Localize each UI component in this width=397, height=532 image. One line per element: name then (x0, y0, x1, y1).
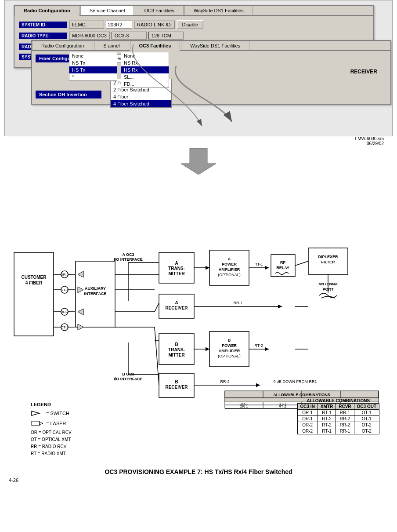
svg-text:(OPTIONAL): (OPTIONAL) (218, 354, 241, 358)
tx-dropdown: None NS Tx HS Tx * (69, 52, 117, 81)
svg-text:A: A (175, 261, 178, 266)
system-id-row: SYSTEM ID: ELMC: 203R2 RADIO LINK ID: Di… (19, 20, 368, 29)
legend-abbrs: OR = OPTICAL RCV OT = OPTICAL XMT RR = R… (31, 429, 297, 457)
d2-tab-radio-config[interactable]: Radio Configuration (32, 41, 93, 50)
svg-text:RECEIVER: RECEIVER (165, 385, 188, 390)
switch-label: = SWITCH (46, 411, 69, 416)
rx-option-none[interactable]: None (121, 52, 169, 59)
svg-text:AUXILIARY: AUXILIARY (85, 286, 106, 291)
table-row: OR-2RT-1RR-1OT-2 (297, 428, 379, 434)
svg-text:RF: RF (280, 260, 285, 265)
svg-text:AMPLIFIER: AMPLIFIER (219, 349, 240, 353)
diagram-bottom-row: LEGEND = SWITCH = LASER OR = OPTICAL RCV… (22, 397, 388, 457)
dialog2-tabs: Radio Configuration S annel OC3 Faciliti… (32, 41, 390, 51)
combinations-table: OC3 IN XMTR RCVR OC3 OUT OR-1RT-1RR-1OT-… (297, 403, 379, 434)
elmc-label: ELMC: (69, 21, 104, 29)
page-number: 4-26 (9, 477, 397, 483)
large-arrow-down (0, 148, 397, 175)
tx-option-ns[interactable]: NS Tx (69, 59, 117, 66)
rx-option-fd[interactable]: FD... (121, 80, 169, 87)
receiver-label: RECEIVER (350, 69, 377, 75)
svg-text:A: A (175, 300, 178, 305)
svg-line-52 (155, 303, 159, 312)
svg-text:POWER: POWER (222, 343, 237, 348)
tcm-value: 128 TCM (148, 32, 184, 40)
block-diagram-svg: CUSTOMER 4 FIBER AUXILIARY INTERFACE OR-… (10, 182, 387, 411)
rx-option-hs[interactable]: HS Rx (121, 66, 169, 73)
dialog1-tabs: Radio Configuration Service Channel OC3 … (14, 6, 373, 16)
svg-text:OR-1: OR-1 (60, 273, 69, 277)
svg-text:4 FIBER: 4 FIBER (25, 281, 43, 285)
legend-switch: = SWITCH (31, 409, 297, 418)
legend-area: LEGEND = SWITCH = LASER OR = OPTICAL RCV… (31, 402, 297, 457)
tx-option-hs[interactable]: HS Tx (69, 66, 117, 73)
svg-text:9 dB DOWN FROM RR1: 9 dB DOWN FROM RR1 (273, 379, 317, 384)
tx-option-none[interactable]: None (69, 52, 117, 59)
tab-radio-config[interactable]: Radio Configuration (14, 6, 79, 16)
svg-text:MITTER: MITTER (168, 271, 185, 276)
tab-wayside-ds1[interactable]: WaySide DS1 Facilities (184, 6, 253, 15)
radio-type-label: RADIO TYPE: (19, 33, 67, 39)
svg-text:RT-2: RT-2 (254, 343, 263, 348)
svg-text:FILTER: FILTER (321, 260, 335, 264)
svg-text:A OC3: A OC3 (122, 252, 134, 257)
svg-text:B: B (175, 342, 178, 347)
radio-type-row: RADIO TYPE: MDR-8000 OC3 OC3-3 128 TCM (19, 32, 368, 40)
allowable-label: ALLOWABLE COMBINATIONS (297, 398, 379, 403)
rx-dropdown: None NS Rx HS Rx SL... FD... (121, 52, 169, 88)
svg-text:AMPLIFIER: AMPLIFIER (219, 267, 240, 272)
svg-marker-116 (32, 421, 40, 426)
rx-option-ns[interactable]: NS Rx (121, 59, 169, 66)
svg-text:I/O INTERFACE: I/O INTERFACE (114, 377, 143, 381)
disable-button[interactable]: Disable (177, 20, 203, 29)
svg-text:RECEIVER: RECEIVER (165, 306, 188, 310)
d2-tab-oc3[interactable]: OC3 Facilities (130, 41, 180, 51)
svg-text:TRANS-: TRANS- (168, 347, 185, 352)
rx-option-sl[interactable]: SL... (121, 73, 169, 80)
radio-link-id-label: RADIO LINK ID: (134, 21, 175, 29)
d2-tab-wayside[interactable]: WaySide DS1 Facilities (181, 41, 249, 50)
svg-text:OT-1: OT-1 (61, 288, 69, 292)
svg-text:DIPLEXER: DIPLEXER (318, 255, 338, 259)
d2-tab-s-channel[interactable]: S annel (94, 41, 129, 50)
svg-text:TRANS-: TRANS- (168, 266, 185, 271)
svg-text:OR-2: OR-2 (60, 310, 69, 314)
tab-oc3-facilities[interactable]: OC3 Facilities (135, 6, 183, 15)
main-diagram-area: CUSTOMER 4 FIBER AUXILIARY INTERFACE OR-… (0, 178, 397, 462)
system-id-label: SYSTEM ID: (19, 22, 67, 28)
top-dialogs-area: Radio Configuration Service Channel OC3 … (4, 0, 393, 136)
radio-type-value: MDR-8000 OC3 (69, 32, 110, 40)
svg-text:RELAY: RELAY (276, 266, 289, 270)
svg-marker-1 (181, 148, 216, 175)
tx-option-star[interactable]: * (69, 73, 117, 80)
svg-text:I/O INTERFACE: I/O INTERFACE (114, 257, 143, 262)
svg-text:INTERFACE: INTERFACE (84, 292, 106, 296)
svg-text:RT-1: RT-1 (254, 262, 263, 266)
svg-text:POWER: POWER (222, 262, 237, 266)
laser-label: = LASER (46, 421, 66, 426)
legend-laser: = LASER (31, 419, 297, 428)
svg-marker-117 (40, 422, 43, 425)
svg-marker-115 (32, 411, 40, 415)
table-row: OR-2RT-2RR-2OT-2 (297, 422, 379, 428)
allowable-combinations-area: ALLOWABLE COMBINATIONS OC3 IN XMTR RCVR … (297, 397, 379, 457)
svg-text:RR-1: RR-1 (233, 301, 242, 305)
col-oc3out: OC3 OUT (354, 404, 379, 410)
col-rcvr: RCVR (336, 404, 354, 410)
col-oc3in: OC3 IN (297, 404, 318, 410)
tab-service-channel[interactable]: Service Channel (80, 6, 134, 15)
fiber-4fiber[interactable]: 4 Fiber (111, 93, 171, 100)
svg-text:MITTER: MITTER (168, 353, 185, 357)
col-xmtr: XMTR (318, 404, 336, 410)
svg-line-85 (295, 261, 308, 266)
fiber-4fiber-switched[interactable]: 4 Fiber Switched (111, 100, 171, 107)
svg-text:(OPTIONAL): (OPTIONAL) (218, 273, 241, 277)
section-oh-button[interactable]: Section OH Insertion (36, 91, 101, 98)
svg-text:A: A (228, 257, 231, 261)
table-row: OR-1RT-2RR-2OT-1 (297, 416, 379, 422)
elmc-value[interactable]: 203R2 (106, 21, 132, 29)
legend-title: LEGEND (31, 402, 297, 407)
oc3-value: OC3-3 (112, 32, 147, 40)
svg-line-55 (155, 327, 159, 385)
svg-text:OT-2: OT-2 (61, 325, 69, 329)
